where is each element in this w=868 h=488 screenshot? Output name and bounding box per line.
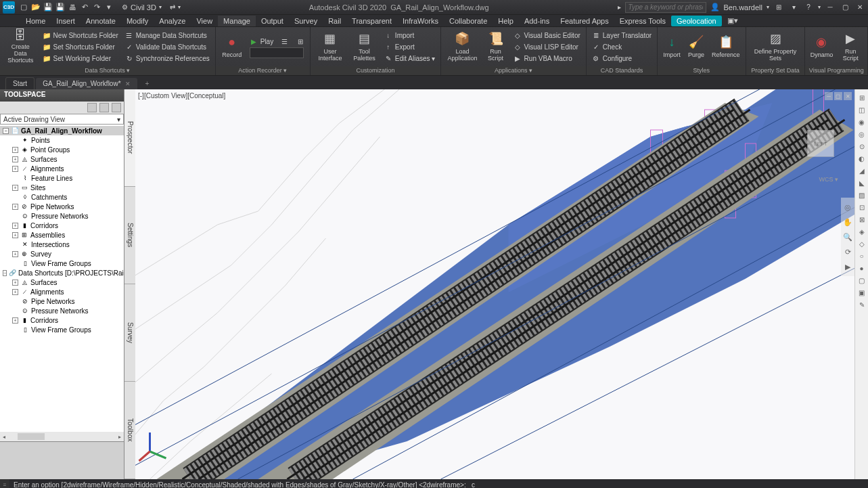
start-tab[interactable]: Start xyxy=(5,77,35,89)
tab-insert[interactable]: Insert xyxy=(51,16,81,26)
qat-save-icon[interactable]: 💾 xyxy=(43,2,53,13)
tree-item-pressure-networks[interactable]: ⊙Pressure Networks xyxy=(0,211,124,221)
nav-wheel-icon[interactable]: ◎ xyxy=(842,202,853,213)
import-cui-button[interactable]: ↓Import xyxy=(382,30,438,41)
load-application-button[interactable]: 📦Load Application xyxy=(444,28,480,65)
manage-data-shortcuts-button[interactable]: ☰Manage Data Shortcuts xyxy=(122,30,212,41)
configure-standards-button[interactable]: ⚙Configure xyxy=(589,53,654,64)
tab-survey[interactable]: Survey xyxy=(289,16,323,26)
expand-icon[interactable]: + xyxy=(12,204,18,210)
rt-btn-1-icon[interactable]: ⊞ xyxy=(856,92,867,103)
ts-btn2-icon[interactable]: ▦ xyxy=(99,103,109,112)
collapse-icon[interactable]: − xyxy=(3,128,9,134)
rt-btn-17-icon[interactable]: ▣ xyxy=(856,287,867,298)
tree-item-feature-lines[interactable]: ⌇Feature Lines xyxy=(0,173,124,183)
define-property-sets-button[interactable]: ▨Define Property Sets xyxy=(749,28,802,65)
edit-aliases-button[interactable]: ✎Edit Aliases ▾ xyxy=(382,53,438,64)
rt-btn-18-icon[interactable]: ✎ xyxy=(856,299,867,310)
group-label[interactable]: Action Recorder ▾ xyxy=(216,66,310,75)
tool-palettes-button[interactable]: ▤Tool Palettes xyxy=(348,28,380,65)
tab-featured-apps[interactable]: Featured Apps xyxy=(555,16,614,26)
tab-view[interactable]: View xyxy=(191,16,218,26)
vp-maximize-icon[interactable]: ▢ xyxy=(834,92,842,100)
qat-redo-icon[interactable]: ↷ xyxy=(91,2,102,13)
tree-item-surfaces[interactable]: +◬Surfaces xyxy=(0,154,124,164)
tab-modify[interactable]: Modify xyxy=(121,16,154,26)
scroll-thumb[interactable] xyxy=(18,433,45,440)
tree-item-ds-pipe-networks[interactable]: ⊘Pipe Networks xyxy=(0,296,124,306)
qat-open-icon[interactable]: 📂 xyxy=(30,2,41,13)
rt-btn-2-icon[interactable]: ◫ xyxy=(856,104,867,115)
app-store-icon[interactable]: ▾ xyxy=(788,2,799,13)
dynamo-run-script-button[interactable]: ▶Run Script xyxy=(836,28,865,65)
side-tab-prospector[interactable]: Prospector xyxy=(124,89,135,187)
expand-icon[interactable]: + xyxy=(12,232,18,238)
qat-plot-icon[interactable]: 🖶 xyxy=(67,2,78,13)
import-styles-button[interactable]: ↓Import xyxy=(660,28,683,65)
rt-btn-7-icon[interactable]: ◢ xyxy=(856,165,867,176)
tab-home[interactable]: Home xyxy=(20,16,51,26)
tree-item-view-frame-groups[interactable]: ▯View Frame Groups xyxy=(0,259,124,268)
tree-root-data-shortcuts[interactable]: −🔗Data Shortcuts [D:\PROJECTS\Rail Work.… xyxy=(0,268,124,278)
qat-saveas-icon[interactable]: 💾 xyxy=(55,2,66,13)
signin-icon[interactable]: 👤 xyxy=(710,3,720,12)
play-opt2-icon[interactable]: ⊞ xyxy=(296,37,304,45)
scroll-left-icon[interactable]: ◂ xyxy=(0,434,8,440)
viewport[interactable]: [-][Custom View][Conceptual] ─ ▢ ✕ LEFT … xyxy=(135,89,854,479)
group-label[interactable]: Data Shortcuts ▾ xyxy=(0,66,215,75)
prospector-tree[interactable]: −📄GA_Rail_Align_Workflow ✦Points +◈Point… xyxy=(0,125,124,432)
tree-item-ds-view-frame-groups[interactable]: ▯View Frame Groups xyxy=(0,325,124,334)
group-label[interactable]: Applications ▾ xyxy=(441,66,585,75)
purge-styles-button[interactable]: 🧹Purge xyxy=(685,28,708,65)
workspace-label[interactable]: Civil 3D xyxy=(131,3,156,12)
expand-icon[interactable]: + xyxy=(12,289,18,295)
close-icon[interactable]: ✕ xyxy=(854,2,865,13)
tab-help[interactable]: Help xyxy=(493,16,519,26)
nav-zoom-icon[interactable]: 🔍 xyxy=(842,231,853,242)
rt-btn-12-icon[interactable]: ◈ xyxy=(856,226,867,237)
ribbon-expand-icon[interactable]: ▣▾ xyxy=(722,15,744,26)
check-standards-button[interactable]: ✓Check xyxy=(589,41,654,53)
new-shortcuts-folder-button[interactable]: 📁New Shortcuts Folder xyxy=(40,30,121,41)
vlisp-editor-button[interactable]: ◇Visual LISP Editor xyxy=(511,41,583,53)
maximize-icon[interactable]: ▢ xyxy=(840,2,850,13)
synchronize-references-button[interactable]: ↻Synchronize References xyxy=(122,53,212,64)
tab-manage[interactable]: Manage xyxy=(218,16,256,26)
tree-item-ds-alignments[interactable]: +⟋Alignments xyxy=(0,287,124,296)
tree-item-assemblies[interactable]: +⊞Assemblies xyxy=(0,230,124,240)
user-interface-button[interactable]: ▦User Interface xyxy=(313,28,347,65)
app-logo[interactable]: C3D xyxy=(3,1,15,14)
tree-item-survey[interactable]: +⊕Survey xyxy=(0,249,124,259)
minimize-icon[interactable]: ─ xyxy=(825,2,836,13)
expand-icon[interactable]: + xyxy=(12,280,18,286)
tab-transparent[interactable]: Transparent xyxy=(346,16,397,26)
tree-item-corridors[interactable]: +▮Corridors xyxy=(0,221,124,230)
set-shortcuts-folder-button[interactable]: 📁Set Shortcuts Folder xyxy=(40,41,121,53)
side-tab-survey[interactable]: Survey xyxy=(124,284,135,382)
side-tab-settings[interactable]: Settings xyxy=(124,187,135,284)
expand-icon[interactable]: + xyxy=(12,147,18,153)
tab-annotate[interactable]: Annotate xyxy=(81,16,121,26)
set-working-folder-button[interactable]: 📁Set Working Folder xyxy=(40,53,121,64)
new-tab-button[interactable]: + xyxy=(139,78,156,89)
tab-output[interactable]: Output xyxy=(256,16,289,26)
rt-btn-16-icon[interactable]: ▢ xyxy=(856,275,867,286)
rt-btn-13-icon[interactable]: ◇ xyxy=(856,238,867,249)
viewcube[interactable]: LEFT xyxy=(794,116,841,164)
run-script-button[interactable]: 📜Run Script xyxy=(482,28,509,65)
play-button[interactable]: ▶Play ☰ ⊞ xyxy=(247,36,307,47)
action-name-input[interactable] xyxy=(250,47,304,58)
rt-btn-3-icon[interactable]: ◉ xyxy=(856,116,867,127)
qat-undo-icon[interactable]: ↶ xyxy=(79,2,90,13)
rt-btn-11-icon[interactable]: ⊠ xyxy=(856,214,867,225)
keyword-search-input[interactable] xyxy=(625,2,706,13)
scroll-right-icon[interactable]: ▸ xyxy=(116,434,124,440)
tree-item-points[interactable]: ✦Points xyxy=(0,135,124,145)
rt-btn-14-icon[interactable]: ○ xyxy=(856,250,867,261)
tree-item-ds-surfaces[interactable]: +◬Surfaces xyxy=(0,278,124,287)
view-combo[interactable]: Active Drawing View▾ xyxy=(0,114,124,125)
help-icon[interactable]: ? xyxy=(803,2,814,13)
dynamo-button[interactable]: ◉Dynamo xyxy=(808,28,835,65)
tree-item-sites[interactable]: +▭Sites xyxy=(0,183,124,192)
expand-icon[interactable]: + xyxy=(12,251,18,257)
